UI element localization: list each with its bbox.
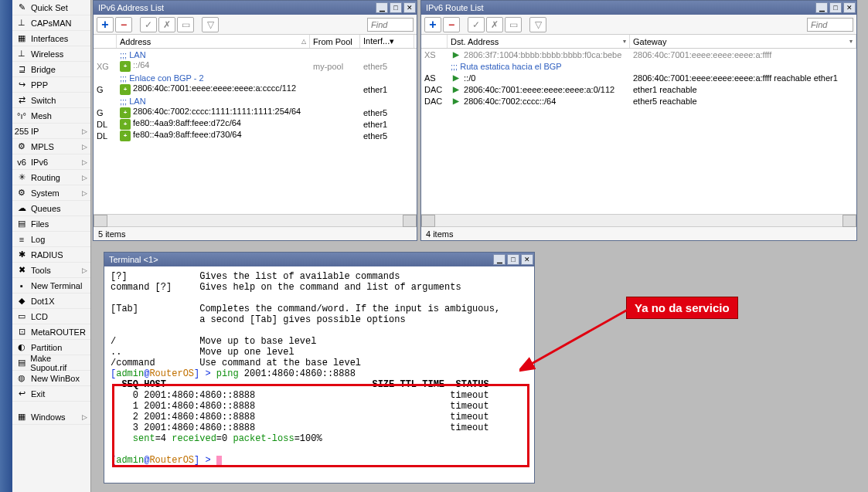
add-button[interactable]: +: [424, 17, 441, 32]
menu-item-mesh[interactable]: °ı°Mesh: [12, 108, 90, 124]
menu-label: Quick Set: [31, 3, 68, 12]
titlebar[interactable]: IPv6 Route List ▁ □ ✕: [421, 1, 856, 15]
menu-item-dot1x[interactable]: ◆Dot1X: [12, 294, 90, 309]
terminal-window: Terminal <1> ▁ □ ✕ [?] Gives the list of…: [104, 252, 535, 484]
close-button[interactable]: ✕: [521, 254, 533, 265]
enable-button[interactable]: ✓: [140, 17, 157, 32]
maximize-button[interactable]: □: [829, 2, 842, 13]
menu-item-files[interactable]: ▤Files: [12, 216, 90, 232]
radius-icon: ✱: [15, 249, 28, 261]
table-row[interactable]: DAC▶ 2806:40c:7001:eeee:eeee:eeee:a:0/11…: [421, 83, 856, 95]
terminal-content[interactable]: [?] Gives the list of available commands…: [104, 266, 534, 483]
menu-item-tools[interactable]: ✖Tools▷: [12, 263, 90, 278]
titlebar[interactable]: Terminal <1> ▁ □ ✕: [104, 253, 534, 266]
col-interface[interactable]: Interf...▾: [360, 35, 414, 48]
close-button[interactable]: ✕: [843, 2, 856, 13]
col-frompool[interactable]: From Pool: [310, 35, 360, 48]
menu-label: Interfaces: [31, 34, 68, 43]
filter-button[interactable]: ▽: [529, 17, 546, 32]
annotation-callout: Ya no da servicio: [626, 297, 738, 319]
menu-label: Tools: [31, 266, 51, 275]
submenu-indicator: ▷: [82, 266, 87, 274]
menu-label: Log: [31, 235, 45, 244]
table-row[interactable]: XS▶ 2806:3f7:1004:bbbb:bbbb:bbbb:f0ca:be…: [421, 49, 856, 60]
menu-label: RADIUS: [31, 250, 63, 260]
winbox-vertical-titlebar: [0, 0, 12, 492]
table-row[interactable]: DAC▶ 2806:40c:7002:cccc::/64ether5 reach…: [421, 95, 856, 107]
menu-item-quick-set[interactable]: ✎Quick Set: [12, 0, 90, 15]
col-flags[interactable]: [421, 35, 448, 48]
table-row[interactable]: AS▶ ::/02806:40c:7001:eeee:eeee:eeee:a:f…: [421, 72, 856, 83]
lcd-icon: ▭: [15, 310, 28, 323]
ipv6-route-list-window: IPv6 Route List ▁ □ ✕ + − ✓ ✗ ▭ ▽ Dst. A…: [420, 0, 857, 241]
minimize-button[interactable]: ▁: [376, 2, 388, 13]
plus-icon: +: [120, 131, 131, 141]
menu-item-ip[interactable]: 255IP▷: [12, 124, 90, 139]
titlebar[interactable]: IPv6 Address List ▁ □ ✕: [94, 1, 417, 15]
status-footer: 5 items: [94, 226, 417, 240]
filter-button[interactable]: ▽: [202, 17, 219, 32]
comment-button[interactable]: ▭: [177, 17, 194, 32]
menu-item-ipv6[interactable]: v6IPv6▷: [12, 154, 90, 170]
maximize-button[interactable]: □: [507, 254, 519, 265]
menu-item-bridge[interactable]: ⊒Bridge: [12, 62, 90, 77]
menu-item-interfaces[interactable]: ▦Interfaces: [12, 31, 90, 46]
menu-label: IP: [31, 127, 39, 136]
menu-item-routing[interactable]: ✳Routing▷: [12, 170, 90, 185]
minimize-button[interactable]: ▁: [815, 2, 828, 13]
menu-item-exit[interactable]: ↩Exit: [12, 386, 90, 402]
make supout.rif-icon: ▤: [15, 357, 27, 369]
menu-label: New WinBox: [31, 374, 80, 383]
menu-label: Mesh: [31, 111, 52, 120]
menu-item-system[interactable]: ⚙System▷: [12, 185, 90, 201]
table-row[interactable]: XG+ ::/64my-poolether5: [94, 60, 417, 72]
log-icon: ≡: [15, 233, 28, 246]
menu-item-make-supout.rif[interactable]: ▤Make Supout.rif: [12, 355, 90, 371]
horizontal-scrollbar[interactable]: [421, 214, 856, 226]
menu-item-metarouter[interactable]: ⊡MetaROUTER: [12, 324, 90, 340]
find-input[interactable]: [367, 18, 414, 32]
find-input[interactable]: [807, 18, 853, 32]
col-flags[interactable]: [94, 35, 117, 48]
menu-item-wireless[interactable]: ⊥Wireless: [12, 46, 90, 62]
menu-item-queues[interactable]: ☁Queues: [12, 201, 90, 216]
minimize-button[interactable]: ▁: [493, 254, 505, 265]
table-row[interactable]: G+ 2806:40c:7002:cccc:1111:1111:1111:254…: [94, 107, 417, 118]
menu-item-lcd[interactable]: ▭LCD: [12, 309, 90, 324]
table-row[interactable]: DL+ fe80::4aa9:8aff:feee:d72c/64ether1: [94, 118, 417, 130]
col-dst[interactable]: Dst. Address▾: [448, 35, 630, 48]
table-row[interactable]: G+ 2806:40c:7001:eeee:eeee:eeee:a:cccc/1…: [94, 83, 417, 95]
ppp-icon: ↪: [15, 79, 28, 91]
menu-label: IPv6: [31, 158, 48, 167]
remove-button[interactable]: −: [115, 17, 132, 32]
menu-item-new-winbox[interactable]: ◍New WinBox: [12, 371, 90, 386]
comment-button[interactable]: ▭: [505, 17, 522, 32]
enable-button[interactable]: ✓: [468, 17, 485, 32]
table-row[interactable]: DL+ fe80::4aa9:8aff:feee:d730/64ether5: [94, 130, 417, 141]
svg-line-0: [529, 310, 628, 365]
mesh-icon: °ı°: [15, 110, 28, 122]
switch-icon: ⇄: [15, 94, 28, 107]
menu-item-windows[interactable]: ▦Windows▷: [12, 409, 90, 425]
menu-item-ppp[interactable]: ↪PPP: [12, 77, 90, 93]
menu-item-log[interactable]: ≡Log: [12, 232, 90, 247]
col-gateway[interactable]: Gateway▾: [630, 35, 856, 48]
menu-item-new-terminal[interactable]: ▪New Terminal: [12, 278, 90, 294]
menu-item-capsman[interactable]: ⊥CAPsMAN: [12, 15, 90, 31]
window-title: Terminal <1>: [109, 255, 158, 264]
menu-item-mpls[interactable]: ⚙MPLS▷: [12, 139, 90, 154]
exit-icon: ↩: [15, 388, 28, 400]
close-button[interactable]: ✕: [403, 2, 416, 13]
menu-item-radius[interactable]: ✱RADIUS: [12, 247, 90, 263]
disable-button[interactable]: ✗: [158, 17, 175, 32]
col-address[interactable]: Address△: [117, 35, 310, 48]
table-body: XS▶ 2806:3f7:1004:bbbb:bbbb:bbbb:f0ca:be…: [421, 49, 856, 214]
remove-button[interactable]: −: [443, 17, 460, 32]
disable-button[interactable]: ✗: [486, 17, 503, 32]
horizontal-scrollbar[interactable]: [94, 214, 417, 226]
add-button[interactable]: +: [97, 17, 114, 32]
bridge-icon: ⊒: [15, 63, 28, 76]
maximize-button[interactable]: □: [390, 2, 402, 13]
menu-item-switch[interactable]: ⇄Switch: [12, 93, 90, 108]
table-header: Dst. Address▾ Gateway▾: [421, 35, 856, 49]
